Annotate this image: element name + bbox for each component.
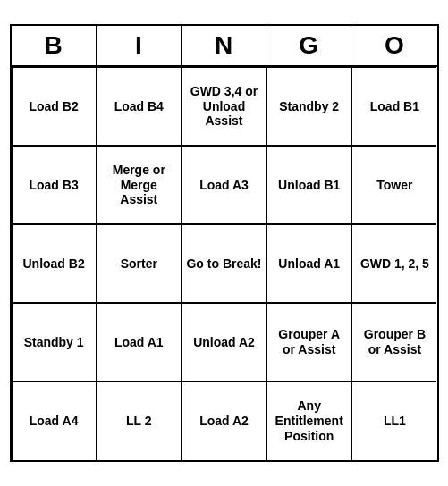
bingo-cell-6: Merge or Merge Assist	[97, 146, 182, 224]
bingo-cell-1: Load B4	[97, 67, 182, 146]
bingo-cell-9: Tower	[351, 146, 436, 224]
bingo-cell-3: Standby 2	[266, 67, 351, 146]
bingo-cell-4: Load B1	[351, 67, 436, 146]
bingo-cell-23: Any Entitlement Position	[266, 381, 351, 460]
bingo-cell-24: LL1	[351, 381, 436, 460]
bingo-grid: Load B2Load B4GWD 3,4 or Unload AssistSt…	[12, 67, 437, 460]
bingo-cell-11: Sorter	[97, 224, 182, 303]
bingo-cell-5: Load B3	[12, 146, 97, 224]
bingo-cell-14: GWD 1, 2, 5	[351, 224, 436, 303]
bingo-header: BINGO	[12, 26, 437, 67]
bingo-cell-8: Unload B1	[266, 146, 351, 224]
bingo-cell-21: LL 2	[97, 381, 182, 460]
bingo-cell-15: Standby 1	[12, 303, 97, 381]
header-letter-o: O	[351, 26, 436, 65]
bingo-cell-20: Load A4	[12, 381, 97, 460]
bingo-cell-12: Go to Break!	[182, 224, 266, 303]
bingo-cell-2: GWD 3,4 or Unload Assist	[182, 67, 266, 146]
bingo-card: BINGO Load B2Load B4GWD 3,4 or Unload As…	[10, 24, 439, 462]
header-letter-n: N	[182, 26, 266, 65]
bingo-cell-17: Unload A2	[182, 303, 266, 381]
bingo-cell-18: Grouper A or Assist	[266, 303, 351, 381]
bingo-cell-19: Grouper B or Assist	[351, 303, 436, 381]
bingo-cell-22: Load A2	[182, 381, 266, 460]
header-letter-g: G	[266, 26, 351, 65]
bingo-cell-7: Load A3	[182, 146, 266, 224]
bingo-cell-13: Unload A1	[266, 224, 351, 303]
bingo-cell-16: Load A1	[97, 303, 182, 381]
header-letter-i: I	[97, 26, 182, 65]
bingo-cell-0: Load B2	[12, 67, 97, 146]
bingo-cell-10: Unload B2	[12, 224, 97, 303]
header-letter-b: B	[12, 26, 97, 65]
